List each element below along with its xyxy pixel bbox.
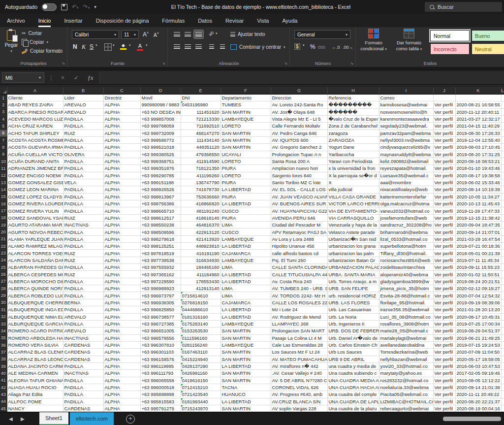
cell[interactable]: 0415224940: [181, 356, 220, 362]
cell[interactable]: 2019-07-21 00:18:36: [455, 243, 501, 250]
cell[interactable]: ACOSTA ACOSTA ROSMEI: [7, 136, 63, 143]
cell[interactable]: ALPHA: [103, 207, 140, 214]
cell[interactable]: 448923810: [181, 243, 220, 250]
cell[interactable]: ALBERCA QUINDE NORIT: [7, 285, 63, 292]
redo-icon[interactable]: ↷▾: [83, 4, 90, 10]
cell[interactable]: SAN MARTIN: [220, 327, 271, 334]
cell[interactable]: PADILLA: [63, 391, 103, 398]
cell[interactable]: 412913140: [181, 285, 220, 292]
cell[interactable]: APV Retamayoc PASJ SA: [271, 229, 327, 235]
cell[interactable]: ALPHA: [103, 327, 140, 334]
cell[interactable]: [501, 257, 504, 263]
cell[interactable]: ALPHA: [103, 130, 140, 136]
cell[interactable]: urbanizacion Batan Gr: [327, 257, 379, 263]
cell[interactable]: Santa Rosa 200 A: [271, 158, 327, 164]
cell[interactable]: 2019-09-19 08:39:06: [455, 299, 501, 306]
cell[interactable]: [501, 292, 504, 299]
cell[interactable]: ALPHA: [103, 115, 140, 122]
row-header-27[interactable]: 27: [0, 278, 7, 285]
column-header-H[interactable]: H: [327, 87, 379, 94]
cell[interactable]: +63 996307810: [140, 341, 181, 348]
cell[interactable]: Ver perfil: [433, 313, 455, 320]
style-neutral[interactable]: Neutral: [472, 43, 504, 55]
sheet-tab-eltiotech[interactable]: eltiotech.com: [70, 412, 114, 425]
cell[interactable]: Ver perfil: [433, 115, 455, 122]
cell[interactable]: AREVALO: [63, 101, 103, 108]
cell[interactable]: +63 998279618: [140, 235, 181, 242]
cell[interactable]: 2010-08-05 12:12:22: [455, 377, 501, 384]
cell[interactable]: [501, 362, 504, 369]
cell[interactable]: ALPHA: [103, 320, 140, 327]
cell[interactable]: [501, 144, 504, 151]
cell[interactable]: nosveremosenelrio@h: [379, 108, 433, 115]
cell[interactable]: URB. LAS FLORES: [327, 299, 379, 306]
cell[interactable]: RUIZ: [63, 130, 103, 136]
align-top-button[interactable]: [172, 30, 182, 38]
cell[interactable]: [501, 179, 504, 186]
cell[interactable]: .AV. Cesar Vallejo # 240: [271, 370, 327, 377]
font-name-select[interactable]: Calibri▾: [72, 30, 119, 39]
cell[interactable]: +63 996111793: [140, 370, 181, 377]
cell[interactable]: Av. Loreto 242-Santa Ro: [271, 101, 327, 108]
save-icon[interactable]: [61, 4, 67, 10]
cell[interactable]: Ver perfil: [433, 292, 455, 299]
cell[interactable]: AV. Rodriguez de Mend: [271, 313, 327, 320]
cell[interactable]: 718121350: [181, 165, 220, 172]
row-header-13[interactable]: 13: [0, 179, 7, 186]
cell[interactable]: [501, 101, 504, 108]
font-size-select[interactable]: 11▾: [121, 30, 139, 39]
cell[interactable]: lizal_0533@hotmail.co: [379, 235, 433, 242]
cell[interactable]: +63 999586772: [140, 136, 181, 143]
cell[interactable]: [501, 158, 504, 164]
cell[interactable]: 422913120: [181, 229, 220, 235]
cell[interactable]: 2020-10-05 11:34:27: [455, 193, 501, 200]
cell[interactable]: rebecaagurto@webmai: [379, 405, 433, 412]
cell[interactable]: +63 998550238: [140, 222, 181, 229]
cell[interactable]: [501, 334, 504, 341]
cell[interactable]: Psj. El Tumi 260: [271, 257, 327, 263]
cell[interactable]: 2019-08-30 17:26:33: [455, 130, 501, 136]
cell[interactable]: ACOSTA GUEVARA IRMA: [7, 144, 63, 151]
cell[interactable]: 0428137290: [181, 362, 220, 369]
cell[interactable]: [501, 299, 504, 306]
cell[interactable]: RUIZ: [63, 250, 103, 257]
name-box[interactable]: M6▾: [2, 72, 44, 83]
cell[interactable]: aaa@nnombre: [379, 179, 433, 186]
cell[interactable]: Ver perfil: [433, 257, 455, 263]
cell[interactable]: 741678730: [181, 186, 220, 193]
cell[interactable]: [501, 264, 504, 271]
cell[interactable]: SAN MARTIN: [220, 356, 271, 362]
cell[interactable]: +63 996989923: [140, 285, 181, 292]
column-header-F[interactable]: F: [220, 87, 271, 94]
orientation-icon[interactable]: ab: [208, 30, 215, 37]
cell[interactable]: +63 998665710: [140, 207, 181, 214]
cell[interactable]: +63 996738577: [140, 313, 181, 320]
cell[interactable]: AREVALO: [63, 313, 103, 320]
cell[interactable]: Ver perfil: [433, 391, 455, 398]
cell[interactable]: AREVALO: [63, 327, 103, 334]
cell[interactable]: Ver perfil: [433, 186, 455, 193]
sheet-tab-sheet1[interactable]: Sheet1: [39, 412, 68, 425]
insert-function-icon[interactable]: ƒx: [88, 70, 93, 85]
cell[interactable]: Ampliacion nuevo hori: [271, 165, 327, 172]
cell[interactable]: +63 997818519: [140, 250, 181, 257]
cell[interactable]: 2019-12-04 12:55:40: [455, 136, 501, 143]
cell[interactable]: CALLE TITUCUSIALPA 448: [271, 271, 327, 278]
fill-color-dropdown[interactable]: ▾: [129, 43, 131, 47]
cell[interactable]: 2020-07-04 12:54:32: [455, 292, 501, 299]
cell[interactable]: ALPHA: [103, 398, 140, 405]
cell[interactable]: INACTIVAS: [63, 370, 103, 377]
row-header-9[interactable]: 9: [0, 151, 7, 158]
wrap-text-button[interactable]: Ajustar texto: [230, 31, 265, 38]
cell[interactable]: [501, 250, 504, 257]
row-header-14[interactable]: 14: [0, 186, 7, 193]
cell[interactable]: GOMEZ RIVERA LOURDE: [7, 200, 63, 207]
cell[interactable]: Calle Fernando Moltalv: [271, 123, 327, 130]
cell[interactable]: Ver perfil: [433, 243, 455, 250]
row-header-32[interactable]: 32: [0, 313, 7, 320]
cell[interactable]: ALPHA: [103, 151, 140, 158]
cell[interactable]: ALPHA: [103, 172, 140, 179]
row-header-11[interactable]: 11: [0, 165, 7, 172]
cell[interactable]: ALBARRAN PAREDES GIN: [7, 264, 63, 271]
row-header-12[interactable]: 12: [0, 172, 7, 179]
